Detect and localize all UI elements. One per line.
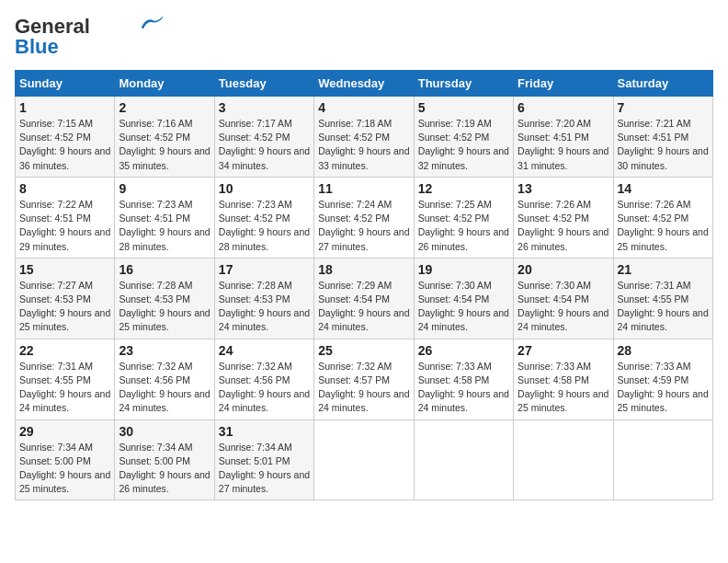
calendar-day-cell: 9Sunrise: 7:23 AMSunset: 4:51 PMDaylight… xyxy=(115,177,214,258)
calendar-day-cell: 30Sunrise: 7:34 AMSunset: 5:00 PMDayligh… xyxy=(115,419,214,500)
calendar-day-cell: 31Sunrise: 7:34 AMSunset: 5:01 PMDayligh… xyxy=(214,419,313,500)
calendar-day-cell: 5Sunrise: 7:19 AMSunset: 4:52 PMDaylight… xyxy=(414,97,513,178)
day-number: 23 xyxy=(119,343,210,358)
day-number: 20 xyxy=(518,262,609,277)
day-number: 15 xyxy=(19,262,110,277)
day-info: Sunrise: 7:34 AMSunset: 5:01 PMDaylight:… xyxy=(219,442,310,495)
day-number: 11 xyxy=(318,181,409,196)
day-number: 9 xyxy=(119,181,210,196)
calendar-day-cell: 10Sunrise: 7:23 AMSunset: 4:52 PMDayligh… xyxy=(214,177,313,258)
day-number: 26 xyxy=(418,343,509,358)
calendar-day-cell: 23Sunrise: 7:32 AMSunset: 4:56 PMDayligh… xyxy=(115,339,214,419)
day-number: 31 xyxy=(219,424,310,439)
day-info: Sunrise: 7:15 AMSunset: 4:52 PMDaylight:… xyxy=(19,118,110,171)
day-number: 2 xyxy=(119,100,210,115)
weekday-header-friday: Friday xyxy=(514,71,613,97)
day-info: Sunrise: 7:33 AMSunset: 4:58 PMDaylight:… xyxy=(518,361,609,414)
day-info: Sunrise: 7:31 AMSunset: 4:55 PMDaylight:… xyxy=(19,361,110,414)
weekday-header-wednesday: Wednesday xyxy=(314,71,414,97)
calendar-day-cell: 27Sunrise: 7:33 AMSunset: 4:58 PMDayligh… xyxy=(514,339,613,419)
day-info: Sunrise: 7:22 AMSunset: 4:51 PMDaylight:… xyxy=(19,199,110,252)
day-info: Sunrise: 7:16 AMSunset: 4:52 PMDaylight:… xyxy=(119,118,210,171)
weekday-header-saturday: Saturday xyxy=(613,71,712,97)
day-info: Sunrise: 7:30 AMSunset: 4:54 PMDaylight:… xyxy=(418,280,509,333)
day-number: 7 xyxy=(618,100,709,115)
calendar-day-cell: 22Sunrise: 7:31 AMSunset: 4:55 PMDayligh… xyxy=(16,339,115,419)
day-number: 28 xyxy=(618,343,709,358)
calendar-week-row: 15Sunrise: 7:27 AMSunset: 4:53 PMDayligh… xyxy=(16,258,713,339)
day-number: 4 xyxy=(318,100,409,115)
day-number: 3 xyxy=(219,100,310,115)
day-info: Sunrise: 7:23 AMSunset: 4:52 PMDaylight:… xyxy=(219,199,310,252)
day-number: 29 xyxy=(19,424,110,439)
calendar-day-cell: 26Sunrise: 7:33 AMSunset: 4:58 PMDayligh… xyxy=(414,339,513,419)
day-info: Sunrise: 7:29 AMSunset: 4:54 PMDaylight:… xyxy=(318,280,409,333)
day-info: Sunrise: 7:34 AMSunset: 5:00 PMDaylight:… xyxy=(119,442,210,495)
day-number: 1 xyxy=(19,100,110,115)
day-info: Sunrise: 7:21 AMSunset: 4:51 PMDaylight:… xyxy=(618,118,709,171)
logo-text-blue: Blue xyxy=(15,35,59,59)
day-number: 30 xyxy=(119,424,210,439)
calendar-week-row: 29Sunrise: 7:34 AMSunset: 5:00 PMDayligh… xyxy=(16,419,713,500)
calendar-day-cell: 21Sunrise: 7:31 AMSunset: 4:55 PMDayligh… xyxy=(613,258,712,339)
weekday-header-sunday: Sunday xyxy=(16,71,115,97)
day-info: Sunrise: 7:32 AMSunset: 4:56 PMDaylight:… xyxy=(219,361,310,414)
day-info: Sunrise: 7:28 AMSunset: 4:53 PMDaylight:… xyxy=(219,280,310,333)
calendar-day-cell: 11Sunrise: 7:24 AMSunset: 4:52 PMDayligh… xyxy=(314,177,414,258)
day-info: Sunrise: 7:32 AMSunset: 4:57 PMDaylight:… xyxy=(318,361,409,414)
day-number: 6 xyxy=(518,100,609,115)
calendar-day-cell: 19Sunrise: 7:30 AMSunset: 4:54 PMDayligh… xyxy=(414,258,513,339)
calendar-day-cell: 18Sunrise: 7:29 AMSunset: 4:54 PMDayligh… xyxy=(314,258,414,339)
calendar-day-cell: 14Sunrise: 7:26 AMSunset: 4:52 PMDayligh… xyxy=(613,177,712,258)
day-number: 17 xyxy=(219,262,310,277)
calendar-empty-cell xyxy=(514,419,613,500)
day-number: 12 xyxy=(418,181,509,196)
day-number: 10 xyxy=(219,181,310,196)
calendar-day-cell: 2Sunrise: 7:16 AMSunset: 4:52 PMDaylight… xyxy=(115,97,214,178)
calendar-table: SundayMondayTuesdayWednesdayThursdayFrid… xyxy=(15,70,713,500)
calendar-day-cell: 17Sunrise: 7:28 AMSunset: 4:53 PMDayligh… xyxy=(214,258,313,339)
calendar-week-row: 8Sunrise: 7:22 AMSunset: 4:51 PMDaylight… xyxy=(16,177,713,258)
calendar-day-cell: 25Sunrise: 7:32 AMSunset: 4:57 PMDayligh… xyxy=(314,339,414,419)
calendar-week-row: 1Sunrise: 7:15 AMSunset: 4:52 PMDaylight… xyxy=(16,97,713,178)
day-info: Sunrise: 7:34 AMSunset: 5:00 PMDaylight:… xyxy=(19,442,110,495)
day-info: Sunrise: 7:32 AMSunset: 4:56 PMDaylight:… xyxy=(119,361,210,414)
day-info: Sunrise: 7:27 AMSunset: 4:53 PMDaylight:… xyxy=(19,280,110,333)
calendar-day-cell: 1Sunrise: 7:15 AMSunset: 4:52 PMDaylight… xyxy=(16,97,115,178)
page-header: General Blue xyxy=(15,15,713,59)
calendar-empty-cell xyxy=(314,419,414,500)
calendar-day-cell: 24Sunrise: 7:32 AMSunset: 4:56 PMDayligh… xyxy=(214,339,313,419)
calendar-day-cell: 12Sunrise: 7:25 AMSunset: 4:52 PMDayligh… xyxy=(414,177,513,258)
day-info: Sunrise: 7:20 AMSunset: 4:51 PMDaylight:… xyxy=(518,118,609,171)
calendar-day-cell: 15Sunrise: 7:27 AMSunset: 4:53 PMDayligh… xyxy=(16,258,115,339)
day-info: Sunrise: 7:23 AMSunset: 4:51 PMDaylight:… xyxy=(119,199,210,252)
logo-bird-icon xyxy=(140,15,165,31)
day-number: 13 xyxy=(518,181,609,196)
day-info: Sunrise: 7:19 AMSunset: 4:52 PMDaylight:… xyxy=(418,118,509,171)
day-info: Sunrise: 7:33 AMSunset: 4:59 PMDaylight:… xyxy=(618,361,709,414)
weekday-header-monday: Monday xyxy=(115,71,214,97)
day-number: 5 xyxy=(418,100,509,115)
day-info: Sunrise: 7:17 AMSunset: 4:52 PMDaylight:… xyxy=(219,118,310,171)
day-number: 21 xyxy=(618,262,709,277)
calendar-empty-cell xyxy=(414,419,513,500)
day-number: 18 xyxy=(318,262,409,277)
weekday-header-thursday: Thursday xyxy=(414,71,513,97)
day-info: Sunrise: 7:33 AMSunset: 4:58 PMDaylight:… xyxy=(418,361,509,414)
calendar-day-cell: 7Sunrise: 7:21 AMSunset: 4:51 PMDaylight… xyxy=(613,97,712,178)
logo: General Blue xyxy=(15,15,165,59)
day-number: 27 xyxy=(518,343,609,358)
calendar-day-cell: 4Sunrise: 7:18 AMSunset: 4:52 PMDaylight… xyxy=(314,97,414,178)
calendar-day-cell: 6Sunrise: 7:20 AMSunset: 4:51 PMDaylight… xyxy=(514,97,613,178)
day-number: 19 xyxy=(418,262,509,277)
day-info: Sunrise: 7:26 AMSunset: 4:52 PMDaylight:… xyxy=(618,199,709,252)
calendar-day-cell: 29Sunrise: 7:34 AMSunset: 5:00 PMDayligh… xyxy=(16,419,115,500)
day-number: 8 xyxy=(19,181,110,196)
day-number: 22 xyxy=(19,343,110,358)
day-number: 14 xyxy=(618,181,709,196)
calendar-week-row: 22Sunrise: 7:31 AMSunset: 4:55 PMDayligh… xyxy=(16,339,713,419)
weekday-header-row: SundayMondayTuesdayWednesdayThursdayFrid… xyxy=(16,71,713,97)
day-info: Sunrise: 7:26 AMSunset: 4:52 PMDaylight:… xyxy=(518,199,609,252)
calendar-day-cell: 16Sunrise: 7:28 AMSunset: 4:53 PMDayligh… xyxy=(115,258,214,339)
day-info: Sunrise: 7:24 AMSunset: 4:52 PMDaylight:… xyxy=(318,199,409,252)
